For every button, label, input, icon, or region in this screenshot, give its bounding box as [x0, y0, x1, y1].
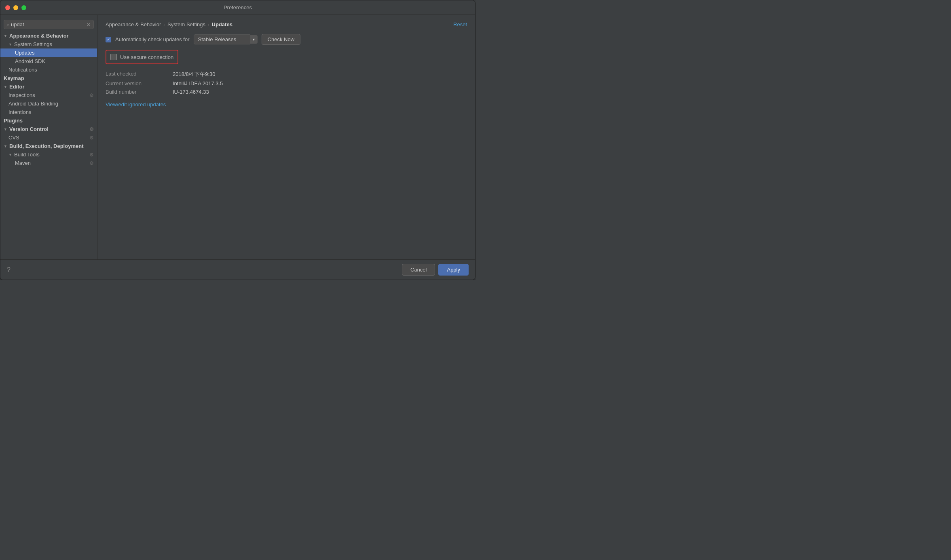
sidebar-item-intentions[interactable]: Intentions	[0, 108, 97, 116]
expand-icon: ▼	[4, 144, 8, 148]
breadcrumb-sep-1: ›	[163, 22, 165, 27]
auto-check-label: Automatically check updates for	[115, 36, 190, 42]
sidebar-item-plugins[interactable]: Plugins	[0, 116, 97, 125]
last-checked-value: 2018/8/4 下午9:30	[173, 71, 467, 78]
close-button[interactable]	[5, 5, 10, 10]
preferences-window: Preferences ⌕ ✕ ▼ Appearance & Behavior …	[0, 0, 476, 280]
expand-icon: ▼	[4, 34, 8, 38]
search-clear-icon[interactable]: ✕	[86, 22, 91, 27]
current-version-value: IntelliJ IDEA 2017.3.5	[173, 80, 467, 86]
view-ignored-updates-link[interactable]: View/edit ignored updates	[106, 101, 467, 107]
sidebar-item-notifications[interactable]: Notifications	[0, 65, 97, 74]
breadcrumb-system-settings: System Settings	[167, 21, 205, 27]
gear-icon: ⚙	[89, 160, 94, 166]
expand-icon: ▼	[8, 42, 13, 46]
sidebar-item-system-settings[interactable]: ▼ System Settings	[0, 40, 97, 48]
sidebar-item-version-control[interactable]: ▼ Version Control ⚙	[0, 125, 97, 133]
secure-connection-row: Use secure connection	[106, 50, 178, 64]
maximize-button[interactable]	[21, 5, 26, 10]
dropdown-container: Stable Releases ▾	[194, 34, 258, 44]
sidebar-item-inspections[interactable]: Inspections ⚙	[0, 91, 97, 99]
expand-icon: ▼	[8, 153, 13, 157]
footer-buttons: Cancel Apply	[402, 264, 469, 276]
last-checked-label: Last checked	[106, 71, 166, 78]
window-title: Preferences	[224, 4, 252, 11]
content-panel: Appearance & Behavior › System Settings …	[97, 15, 475, 259]
minimize-button[interactable]	[13, 5, 18, 10]
sidebar-item-editor[interactable]: ▼ Editor	[0, 82, 97, 91]
secure-connection-checkbox[interactable]	[110, 54, 117, 60]
gear-icon: ⚙	[89, 152, 94, 158]
footer: ? Cancel Apply	[0, 259, 475, 280]
auto-check-row: ✓ Automatically check updates for Stable…	[106, 34, 467, 45]
info-grid: Last checked 2018/8/4 下午9:30 Current ver…	[106, 71, 467, 95]
breadcrumb-updates: Updates	[212, 21, 232, 27]
sidebar: ⌕ ✕ ▼ Appearance & Behavior ▼ System Set…	[0, 15, 97, 259]
apply-button[interactable]: Apply	[438, 264, 469, 276]
sidebar-item-updates[interactable]: Updates	[0, 48, 97, 57]
current-version-label: Current version	[106, 80, 166, 86]
gear-icon: ⚙	[89, 126, 94, 132]
secure-connection-label: Use secure connection	[120, 54, 173, 60]
sidebar-item-maven[interactable]: Maven ⚙	[0, 159, 97, 167]
search-container[interactable]: ⌕ ✕	[4, 20, 94, 29]
cancel-button[interactable]: Cancel	[402, 264, 435, 276]
search-icon: ⌕	[6, 22, 9, 27]
titlebar: Preferences	[0, 0, 475, 15]
search-input[interactable]	[11, 21, 85, 27]
sidebar-item-keymap[interactable]: Keymap	[0, 74, 97, 82]
traffic-lights	[5, 5, 26, 10]
build-number-label: Build number	[106, 89, 166, 95]
expand-icon: ▼	[4, 85, 8, 89]
breadcrumb: Appearance & Behavior › System Settings …	[106, 21, 467, 27]
check-now-button[interactable]: Check Now	[262, 34, 300, 45]
sidebar-item-android-sdk[interactable]: Android SDK	[0, 57, 97, 65]
sidebar-item-build-execution-deployment[interactable]: ▼ Build, Execution, Deployment	[0, 142, 97, 150]
help-icon[interactable]: ?	[7, 266, 11, 274]
dropdown-arrow-icon[interactable]: ▾	[250, 35, 258, 44]
breadcrumb-sep-2: ›	[208, 22, 209, 27]
sidebar-item-appearance-behavior[interactable]: ▼ Appearance & Behavior	[0, 32, 97, 40]
main-content: ⌕ ✕ ▼ Appearance & Behavior ▼ System Set…	[0, 15, 475, 259]
reset-link[interactable]: Reset	[453, 21, 467, 27]
build-number-value: IU-173.4674.33	[173, 89, 467, 95]
gear-icon: ⚙	[89, 135, 94, 141]
sidebar-item-android-data-binding[interactable]: Android Data Binding	[0, 99, 97, 108]
sidebar-item-cvs[interactable]: CVS ⚙	[0, 133, 97, 142]
sidebar-item-build-tools[interactable]: ▼ Build Tools ⚙	[0, 150, 97, 159]
gear-icon: ⚙	[89, 93, 94, 98]
update-type-dropdown[interactable]: Stable Releases	[194, 34, 250, 44]
auto-check-checkbox[interactable]: ✓	[106, 37, 111, 42]
expand-icon: ▼	[4, 127, 8, 131]
search-box: ⌕ ✕	[0, 17, 97, 32]
breadcrumb-appearance: Appearance & Behavior	[106, 21, 161, 27]
